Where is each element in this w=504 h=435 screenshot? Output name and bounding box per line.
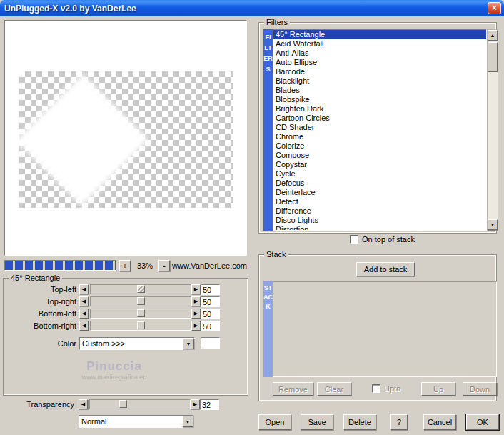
slider-left-arrow[interactable]: ◀ <box>79 321 89 331</box>
filter-list-item[interactable]: Difference <box>273 206 486 216</box>
slider-label: Bottom-left <box>5 309 76 319</box>
filter-params-group: 45° Rectangle Top-left ◀ ▶ Top-right ◀ ▶… <box>3 278 248 396</box>
filter-list-scrollbar[interactable]: ▲ ▼ <box>487 29 498 231</box>
filter-list-item[interactable]: Chrome <box>273 132 486 141</box>
zoom-level: 33% <box>133 261 156 270</box>
slider-right-arrow[interactable]: ▶ <box>191 309 201 319</box>
slider-value-input[interactable] <box>201 309 220 319</box>
filter-list-item[interactable]: Blobspike <box>273 95 486 104</box>
filter-list-item[interactable]: Detect <box>273 197 486 206</box>
filter-list-item[interactable]: CD Shader <box>273 123 486 132</box>
slider-left-arrow[interactable]: ◀ <box>79 296 89 306</box>
filter-list-item[interactable]: Defocus <box>273 179 486 188</box>
remove-button[interactable]: Remove <box>273 382 313 396</box>
color-select[interactable]: Custom >>> ▼ <box>79 337 195 350</box>
zoom-in-button[interactable]: + <box>119 260 131 271</box>
filter-list-item[interactable]: Compose <box>273 151 486 160</box>
filter-list-item[interactable]: 45° Rectangle <box>273 30 486 39</box>
cancel-button[interactable]: Cancel <box>423 414 456 430</box>
slider-value-input[interactable] <box>201 296 220 307</box>
slider-track[interactable] <box>90 284 191 294</box>
close-icon: × <box>492 3 497 13</box>
slider-value-input[interactable] <box>201 321 220 331</box>
chevron-down-icon[interactable]: ▼ <box>182 416 193 427</box>
watermark-url: www.maidiregrafica.eu <box>25 374 203 381</box>
down-button[interactable]: Down <box>463 382 497 396</box>
slider-left-arrow[interactable]: ◀ <box>79 309 89 319</box>
close-button[interactable]: × <box>488 2 501 14</box>
slider-right-arrow[interactable]: ▶ <box>191 399 200 409</box>
vendor-website-link[interactable]: www.VanDerLee.com <box>171 261 247 270</box>
scrollbar-thumb[interactable] <box>488 42 498 72</box>
slider-track[interactable] <box>90 296 191 306</box>
progress-bar <box>4 260 116 271</box>
transparency-label: Transparency <box>3 399 74 410</box>
on-top-of-stack-row: On top of stack <box>350 235 415 244</box>
filters-group-title: Filters <box>264 18 290 26</box>
upto-checkbox[interactable] <box>372 384 380 393</box>
filter-list-item[interactable]: Cycle <box>273 169 486 179</box>
transparency-value-input[interactable] <box>200 399 219 410</box>
zoom-out-button[interactable]: - <box>158 260 170 271</box>
slider-right-arrow[interactable]: ▶ <box>191 321 201 331</box>
filter-list-item[interactable]: Blacklight <box>273 76 486 86</box>
slider-thumb[interactable] <box>137 309 145 317</box>
clear-button[interactable]: Clear <box>317 382 351 396</box>
filter-params-title: 45° Rectangle <box>9 274 62 282</box>
upto-label: Upto <box>384 384 400 393</box>
slider-left-arrow[interactable]: ◀ <box>79 284 89 294</box>
slider-thumb[interactable] <box>137 297 145 305</box>
add-to-stack-button[interactable]: Add to stack <box>356 262 415 276</box>
slider-track[interactable] <box>90 309 191 319</box>
on-top-checkbox[interactable] <box>350 235 358 244</box>
scroll-up-icon[interactable]: ▲ <box>488 30 498 41</box>
color-swatch[interactable] <box>201 337 220 349</box>
chevron-down-icon[interactable]: ▼ <box>183 338 194 349</box>
save-button[interactable]: Save <box>301 414 333 430</box>
filter-list-item[interactable]: Distortion <box>273 225 486 231</box>
transparency-thumb[interactable] <box>119 400 127 408</box>
slider-right-arrow[interactable]: ▶ <box>191 284 201 294</box>
filter-list-item[interactable]: Blades <box>273 86 486 95</box>
upto-row: Upto <box>372 384 400 393</box>
filter-list-item[interactable]: Deinterlace <box>273 188 486 197</box>
slider-label: Top-right <box>5 296 76 307</box>
transparency-row: Transparency ◀ ▶ <box>0 399 248 411</box>
stack-group-title: Stack <box>264 250 288 259</box>
filter-list-item[interactable]: Disco Lights <box>273 216 486 225</box>
filter-list-item[interactable]: Barcode <box>273 67 486 76</box>
filter-list-item[interactable]: Copystar <box>273 160 486 169</box>
filter-list-item[interactable]: Brighten Dark <box>273 104 486 114</box>
filter-list-item[interactable]: Cartoon Circles <box>273 114 486 123</box>
stack-list <box>273 281 497 377</box>
up-button[interactable]: Up <box>421 382 455 396</box>
preview-pane[interactable] <box>4 20 247 256</box>
filter-list-item[interactable]: Colorize <box>273 141 486 151</box>
ok-button[interactable]: OK <box>466 414 499 430</box>
slider-right-arrow[interactable]: ▶ <box>191 296 201 306</box>
transparency-track[interactable] <box>89 399 191 409</box>
slider-value-input[interactable] <box>201 284 220 295</box>
filter-list-item[interactable]: Anti-Alias <box>273 49 486 58</box>
filter-list-item[interactable]: Acid Waterfall <box>273 39 486 49</box>
scroll-down-icon[interactable]: ▼ <box>488 219 498 230</box>
preview-image <box>19 71 233 208</box>
slider-left-arrow[interactable]: ◀ <box>79 399 88 409</box>
slider-label: Top-left <box>5 284 76 295</box>
stack-vertical-label: STACK <box>263 281 273 311</box>
watermark-name: Pinuccia <box>25 359 203 374</box>
slider-track[interactable] <box>90 321 191 331</box>
on-top-label[interactable]: On top of stack <box>362 235 415 244</box>
open-button[interactable]: Open <box>258 414 291 430</box>
slider-thumb[interactable] <box>137 285 145 293</box>
delete-button[interactable]: Delete <box>343 414 376 430</box>
blend-mode-select[interactable]: Normal ▼ <box>79 415 194 428</box>
diamond-shape <box>19 74 149 206</box>
slider-thumb[interactable] <box>137 321 145 329</box>
filter-list: 45° RectangleAcid WaterfallAnti-AliasAut… <box>273 29 487 231</box>
filters-group: Filters FILTERS 45° RectangleAcid Waterf… <box>258 22 497 234</box>
slider-label: Bottom-right <box>5 321 76 331</box>
help-button[interactable]: ? <box>390 414 408 430</box>
filters-vertical-label: FILTERS <box>263 29 273 75</box>
filter-list-item[interactable]: Auto Ellipse <box>273 58 486 67</box>
